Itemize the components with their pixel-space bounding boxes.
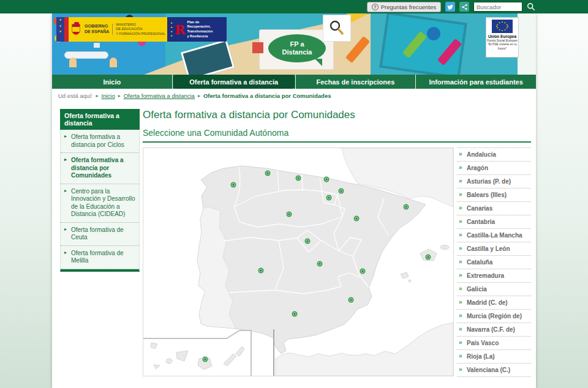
community-item-castilla-y-leon[interactable]: Castilla y León	[457, 242, 531, 256]
search-input[interactable]	[473, 2, 522, 12]
content-area: Oferta formativa a distancia Oferta form…	[52, 103, 536, 377]
sidebar-menu: Oferta formativa a distancia por CiclosO…	[60, 130, 140, 272]
sidebar-item-oferta-formativa-de-ceuta[interactable]: Oferta formativa de Ceuta	[61, 223, 139, 246]
map-marker-rioja[interactable]	[326, 195, 332, 201]
community-item-label: Valenciana (C.)	[467, 367, 510, 373]
nav-item-inicio[interactable]: Inicio	[52, 75, 173, 89]
map-marker-cataluna[interactable]	[404, 204, 409, 210]
eu-subtitle2: "El FSE invierte en tu futuro"	[486, 42, 518, 50]
community-item-asturias-p-de[interactable]: Asturias (P. de)	[457, 175, 531, 188]
sidebar-item-label: Centro para la Innovación y Desarrollo d…	[71, 188, 135, 218]
prtr-line4: y Resiliencia	[187, 34, 213, 39]
community-item-madrid-c-de[interactable]: Madrid (C. de)	[457, 296, 531, 310]
map-marker-navarra[interactable]	[339, 188, 344, 194]
community-item-pais-vasco[interactable]: País Vasco	[457, 337, 531, 350]
map-marker-madrid[interactable]	[305, 239, 311, 244]
union-europea-logo[interactable]: Unión Europea Fondo Social Europeo "El F…	[486, 17, 519, 58]
community-item-label: Extremadura	[467, 272, 504, 279]
community-item-navarra-c-f-de[interactable]: Navarra (C.F. de)	[457, 323, 531, 337]
map-marker-extremadura[interactable]	[258, 268, 264, 274]
community-item-label: Madrid (C. de)	[467, 299, 508, 306]
ministry-line1: MINISTERIO	[116, 23, 165, 27]
map-marker-castilla-la-mancha[interactable]	[317, 261, 323, 267]
chevron-right-icon: ▸	[198, 93, 200, 99]
sidebar: Oferta formativa a distancia Oferta form…	[60, 109, 140, 377]
faq-button[interactable]: ? Preguntas frecuentes	[367, 2, 441, 12]
prtr-line3: Transformación	[187, 29, 213, 34]
community-item-andalucia[interactable]: Andalucía	[457, 148, 531, 162]
community-item-castilla-la-mancha[interactable]: Castilla-La Mancha	[457, 229, 531, 242]
community-item-valenciana-c[interactable]: Valenciana (C.)	[457, 364, 531, 377]
main-navigation: Inicio Oferta formativa a distancia Fech…	[52, 75, 536, 89]
nav-item-oferta-formativa[interactable]: Oferta formativa a distancia	[174, 75, 294, 88]
map-marker-balears[interactable]	[426, 255, 431, 260]
community-item-label: Cataluña	[467, 259, 492, 266]
community-item-label: Cantabria	[467, 218, 495, 225]
twitter-icon[interactable]	[445, 2, 455, 12]
breadcrumb-link-inicio[interactable]: Inicio	[102, 92, 115, 99]
sidebar-item-oferta-formativa-a-distancia-por-comunid[interactable]: Oferta formativa a distancia por Comunid…	[61, 153, 139, 184]
community-item-label: Canarias	[467, 205, 492, 212]
community-item-rioja-la[interactable]: Rioja (La)	[457, 350, 531, 364]
sidebar-item-centro-para-la-innovacion-y-desarrollo-d[interactable]: Centro para la Innovación y Desarrollo d…	[61, 184, 139, 223]
community-item-murcia-region-de[interactable]: Murcia (Región de)	[457, 310, 531, 323]
community-list: AndalucíaAragónAsturias (P. de)Balears (…	[457, 147, 531, 377]
chevron-right-icon: ▸	[96, 93, 99, 99]
map-marker-murcia[interactable]	[349, 297, 354, 303]
map-formentera	[409, 280, 411, 282]
tablet-illustration	[181, 39, 235, 75]
community-item-label: Galicia	[467, 286, 487, 293]
page-title: Oferta formativa a distancia por Comunid…	[143, 109, 531, 121]
plan-recuperacion-logo[interactable]: ★ ★ ★ ★ R Plan de Recuperación, Transfor…	[167, 17, 227, 42]
map-marker-pais-vasco[interactable]	[324, 177, 330, 182]
community-item-balears-illes[interactable]: Balears (Illes)	[457, 188, 531, 202]
community-item-canarias[interactable]: Canarias	[457, 202, 531, 215]
hand-illustration	[110, 58, 117, 67]
ministry-line2: DE EDUCACIÓN	[116, 27, 165, 31]
community-item-label: Balears (Illes)	[467, 192, 507, 198]
community-item-cataluna[interactable]: Cataluña	[457, 256, 531, 269]
fp-distancia-bubble: FP a Distancia	[268, 34, 326, 62]
nav-item-informacion-estudiantes[interactable]: Información para estudiantes	[416, 75, 536, 89]
sidebar-item-label: Oferta formativa de Ceuta	[71, 226, 124, 241]
map-marker-castilla-y-leon[interactable]	[287, 212, 292, 217]
community-item-galicia[interactable]: Galicia	[457, 283, 531, 296]
coat-of-arms	[69, 24, 83, 35]
community-item-extremadura[interactable]: Extremadura	[457, 269, 531, 283]
map-marker-asturias[interactable]	[265, 171, 271, 176]
map-marker-aragon[interactable]	[354, 216, 360, 222]
top-utility-bar: ? Preguntas frecuentes	[0, 0, 588, 13]
map-marker-cantabria[interactable]	[296, 176, 301, 181]
map-menorca	[440, 245, 449, 250]
map-marker-andalucia[interactable]	[292, 312, 298, 317]
sidebar-item-oferta-formativa-a-distancia-por-ciclos[interactable]: Oferta formativa a distancia por Ciclos	[61, 130, 139, 153]
sidebar-item-oferta-formativa-de-melilla[interactable]: Oferta formativa de Melilla	[61, 246, 139, 269]
community-item-cantabria[interactable]: Cantabria	[457, 215, 531, 229]
prtr-line2: Recuperación,	[187, 24, 213, 29]
map-marker-canarias[interactable]	[203, 357, 208, 362]
search-submit-icon[interactable]	[527, 2, 535, 11]
sidebar-header: Oferta formativa a distancia	[60, 109, 140, 130]
community-item-label: Rioja (La)	[467, 353, 495, 360]
share-icon[interactable]	[459, 2, 469, 12]
page-container: FP a Distancia ★ ★ ★ GOBIERNO DE ESPAÑA …	[52, 13, 536, 388]
community-item-label: Aragón	[467, 165, 488, 171]
community-item-label: Andalucía	[467, 151, 496, 158]
map-marker-valenciana[interactable]	[360, 269, 366, 274]
gobierno-line2: DE ESPAÑA	[85, 29, 109, 35]
flag-red-strip	[64, 17, 69, 42]
chevron-right-icon: ▸	[118, 93, 121, 99]
faq-button-label: Preguntas frecuentes	[381, 4, 436, 10]
nav-item-fechas-inscripciones[interactable]: Fechas de inscripciones	[295, 75, 417, 89]
ministry-line3: Y FORMACIÓN PROFESIONAL	[116, 32, 165, 36]
hand-illustration	[69, 58, 77, 67]
breadcrumb-prefix: Ud está aquí:	[58, 92, 93, 99]
icon-chip	[252, 42, 263, 53]
map-marker-galicia[interactable]	[231, 182, 236, 188]
sidebar-item-label: Oferta formativa a distancia por Ciclos	[71, 133, 124, 148]
gobierno-espana-logo[interactable]: ★ ★ ★ GOBIERNO DE ESPAÑA MINISTERIO DE E…	[56, 17, 167, 42]
community-item-label: Navarra (C.F. de)	[467, 326, 515, 333]
breadcrumb-link-oferta[interactable]: Oferta formativa a distancia	[124, 92, 195, 99]
community-item-aragon[interactable]: Aragón	[457, 162, 531, 175]
community-item-label: Castilla y León	[467, 245, 510, 252]
